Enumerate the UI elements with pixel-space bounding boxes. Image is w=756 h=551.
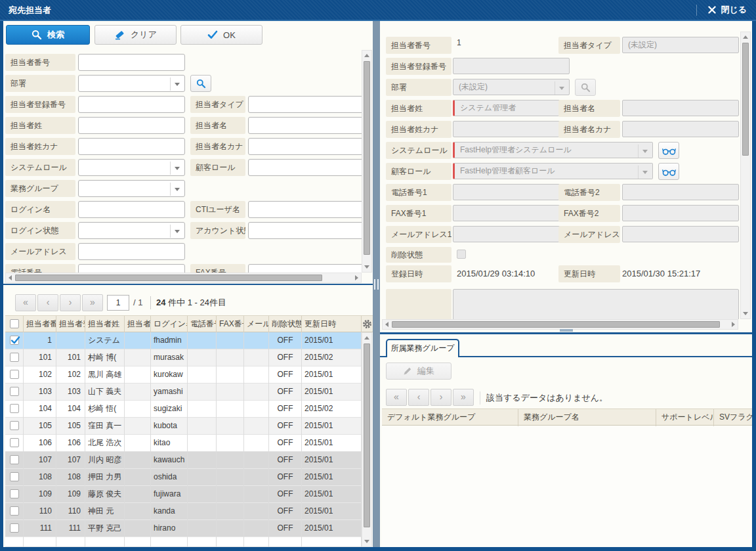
detail-vertical-scrollbar[interactable]	[740, 32, 751, 319]
mei-input[interactable]	[248, 117, 362, 134]
table-row[interactable]: 102102黒川 高雄kurokawOFF2015/01	[5, 366, 362, 384]
pager-first-button[interactable]: «	[15, 294, 36, 311]
search-button[interactable]: 検索	[6, 25, 90, 45]
row-checkbox[interactable]	[10, 472, 19, 481]
column-header[interactable]: 担当者登録番号	[56, 316, 85, 333]
type-input[interactable]	[248, 96, 362, 113]
row-checkbox[interactable]	[10, 421, 19, 430]
row-checkbox-cell[interactable]	[5, 349, 24, 366]
pager-next-button[interactable]: ›	[60, 294, 81, 311]
column-header[interactable]: SVフラグ	[714, 409, 752, 426]
row-checkbox[interactable]	[10, 353, 19, 362]
scrollbar-thumb[interactable]	[742, 43, 749, 156]
table-row[interactable]: 108108押田 力男oshidaOFF2015/01	[5, 469, 362, 486]
row-checkbox-cell[interactable]	[5, 469, 24, 486]
sei-input[interactable]	[78, 117, 185, 134]
fax-input[interactable]	[248, 264, 362, 273]
clear-button[interactable]: クリア	[94, 25, 177, 45]
login-name-input[interactable]	[78, 201, 185, 218]
scroll-right-icon[interactable]	[732, 322, 735, 327]
busho-search-button[interactable]	[190, 75, 211, 92]
close-button[interactable]: 閉じる	[708, 3, 747, 16]
scroll-down-icon[interactable]	[364, 265, 369, 269]
table-row[interactable]: 104104杉崎 悟(sugizakiOFF2015/02	[5, 401, 362, 418]
panel-divider[interactable]	[380, 332, 752, 334]
column-header[interactable]: 更新日時	[302, 316, 362, 333]
scroll-left-icon[interactable]	[385, 322, 388, 327]
row-checkbox[interactable]	[10, 523, 19, 533]
tantosha-bango-input[interactable]	[78, 54, 185, 71]
scrollbar-thumb[interactable]	[364, 61, 370, 255]
table-row[interactable]: 105105窪田 真一kubotaOFF2015/01	[5, 418, 362, 435]
table-row[interactable]: 110110神田 元kandaOFF2015/01	[5, 503, 362, 520]
pager-prev-button[interactable]: ‹	[37, 294, 58, 311]
row-checkbox-cell[interactable]	[5, 486, 24, 503]
scroll-right-icon[interactable]	[355, 275, 358, 280]
column-header[interactable]: 業務グループ名	[518, 409, 656, 426]
group-pager-last-button[interactable]: »	[453, 389, 474, 406]
column-header[interactable]: サポートレベル	[656, 409, 714, 426]
system-role-view-button[interactable]	[658, 142, 679, 159]
row-checkbox-cell[interactable]	[5, 384, 24, 401]
row-checkbox[interactable]	[10, 370, 19, 379]
system-role-dropdown[interactable]	[78, 159, 185, 176]
customer-role-input[interactable]	[248, 159, 362, 176]
column-header[interactable]: FAX番号	[217, 316, 244, 333]
pager-last-button[interactable]: »	[82, 294, 103, 311]
customer-role-view-button[interactable]	[658, 163, 679, 180]
row-checkbox-cell[interactable]	[5, 401, 24, 418]
mei-kana-input[interactable]	[248, 138, 362, 155]
scrollbar-thumb[interactable]	[364, 343, 370, 527]
row-checkbox-cell[interactable]	[5, 520, 24, 537]
row-checkbox-cell[interactable]	[5, 366, 24, 384]
scroll-up-icon[interactable]	[743, 35, 748, 39]
row-checkbox[interactable]	[10, 489, 19, 498]
scroll-down-icon[interactable]	[743, 312, 748, 315]
row-checkbox[interactable]	[10, 336, 19, 345]
panel-splitter[interactable]	[373, 21, 380, 547]
column-header[interactable]: 担当者番号	[24, 316, 56, 333]
column-header[interactable]: 担当者姓	[85, 316, 125, 333]
detail-horizontal-scrollbar[interactable]	[382, 319, 738, 330]
toroku-bango-input[interactable]	[78, 96, 185, 113]
row-checkbox-cell[interactable]	[5, 452, 24, 469]
scroll-left-icon[interactable]	[9, 275, 12, 280]
scrollbar-thumb[interactable]	[392, 321, 720, 328]
account-state-input[interactable]	[248, 222, 362, 239]
row-checkbox[interactable]	[10, 455, 19, 464]
cti-user-input[interactable]	[248, 201, 362, 218]
form-vertical-scrollbar[interactable]	[362, 50, 372, 273]
table-row[interactable]: 106106北尾 浩次kitaoOFF2015/01	[5, 435, 362, 452]
row-checkbox-cell[interactable]	[5, 418, 24, 435]
column-header[interactable]: 削除状態	[269, 316, 302, 333]
grid-vertical-scrollbar[interactable]	[362, 332, 372, 547]
table-row[interactable]: 101101村崎 博(murasakOFF2015/02	[5, 349, 362, 366]
group-pager-prev-button[interactable]: ‹	[408, 389, 429, 406]
splitter-grip-icon[interactable]	[560, 329, 573, 332]
sei-kana-input[interactable]	[78, 138, 185, 155]
form-horizontal-scrollbar[interactable]	[5, 273, 362, 283]
biko-textarea[interactable]	[453, 289, 739, 319]
table-row[interactable]: 109109藤原 俊夫fujiwaraOFF2015/01	[5, 486, 362, 503]
select-all-checkbox-cell[interactable]	[5, 316, 24, 333]
column-header[interactable]: デフォルト業務グループ	[382, 409, 518, 426]
row-checkbox-cell[interactable]	[5, 503, 24, 520]
page-number-input[interactable]: 1	[107, 295, 129, 311]
column-settings-button[interactable]	[362, 315, 373, 332]
row-checkbox[interactable]	[10, 438, 19, 447]
table-row[interactable]: 107107川内 昭彦kawauchOFF2015/01	[5, 452, 362, 469]
busho-dropdown[interactable]	[78, 75, 185, 92]
mail-input[interactable]	[78, 243, 185, 260]
table-row[interactable]: 103103山下 義夫yamashiOFF2015/01	[5, 384, 362, 401]
scroll-up-icon[interactable]	[364, 54, 369, 57]
column-header[interactable]: メールアドレス	[244, 316, 269, 333]
row-checkbox[interactable]	[10, 506, 19, 516]
select-all-checkbox[interactable]	[10, 319, 19, 328]
table-row[interactable]: 111111平野 克己hiranoOFF2015/01	[5, 520, 362, 537]
row-checkbox-cell[interactable]	[5, 332, 24, 349]
edit-button[interactable]: 編集	[386, 363, 452, 380]
ok-button[interactable]: OK	[180, 25, 262, 45]
column-header[interactable]: 担当者名	[125, 316, 151, 333]
row-checkbox[interactable]	[10, 404, 19, 413]
gyomu-group-dropdown[interactable]	[78, 180, 185, 197]
